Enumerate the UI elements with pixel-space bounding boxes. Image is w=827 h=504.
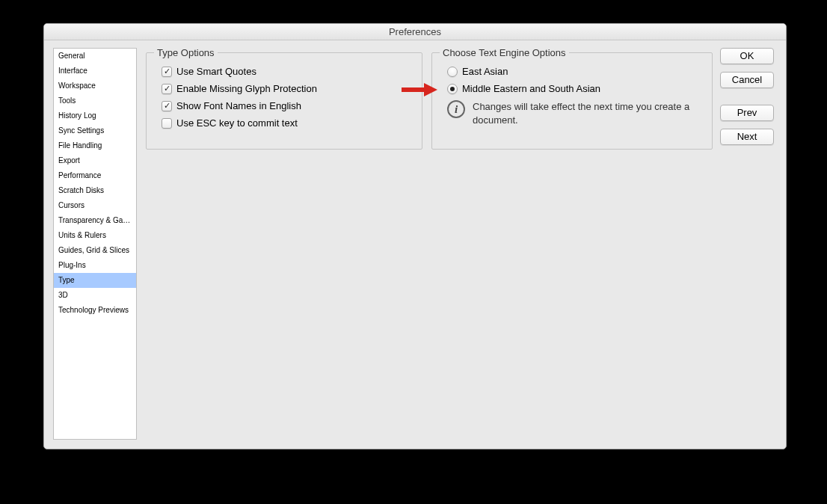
button-column: OK Cancel Prev Next bbox=[720, 48, 777, 440]
type-option-row: ✓Use Smart Quotes bbox=[162, 66, 413, 77]
checkbox-label: Use ESC key to commit text bbox=[176, 117, 298, 129]
checkbox-label: Show Font Names in English bbox=[176, 100, 301, 111]
category-sidebar: GeneralInterfaceWorkspaceToolsHistory Lo… bbox=[53, 48, 137, 440]
next-button[interactable]: Next bbox=[720, 129, 774, 145]
radio-label: Middle Eastern and South Asian bbox=[462, 83, 600, 94]
sidebar-item-guides-grid-slices[interactable]: Guides, Grid & Slices bbox=[54, 243, 136, 258]
radio-dot-icon bbox=[450, 87, 455, 91]
radio-label: East Asian bbox=[462, 66, 508, 77]
text-engine-legend: Choose Text Engine Options bbox=[440, 47, 569, 58]
radio[interactable] bbox=[447, 67, 458, 77]
sidebar-item-general[interactable]: General bbox=[54, 49, 136, 64]
text-engine-group: Choose Text Engine Options East AsianMid… bbox=[431, 52, 713, 150]
main-area: Type Options ✓Use Smart Quotes✓Enable Mi… bbox=[146, 48, 711, 440]
sidebar-item-workspace[interactable]: Workspace bbox=[54, 79, 136, 93]
sidebar-item-scratch-disks[interactable]: Scratch Disks bbox=[54, 183, 136, 198]
sidebar-item-plug-ins[interactable]: Plug-Ins bbox=[54, 258, 136, 273]
content: GeneralInterfaceWorkspaceToolsHistory Lo… bbox=[44, 40, 786, 449]
sidebar-item-type[interactable]: Type bbox=[54, 273, 136, 288]
cancel-button[interactable]: Cancel bbox=[720, 72, 774, 88]
window-title: Preferences bbox=[44, 24, 786, 40]
prev-button[interactable]: Prev bbox=[720, 105, 774, 121]
type-options-legend: Type Options bbox=[154, 47, 218, 58]
checkbox[interactable] bbox=[162, 118, 172, 129]
ok-button[interactable]: OK bbox=[720, 48, 774, 64]
sidebar-item-cursors[interactable]: Cursors bbox=[54, 198, 136, 213]
sidebar-item-technology-previews[interactable]: Technology Previews bbox=[54, 303, 136, 318]
type-option-row: Use ESC key to commit text bbox=[162, 117, 413, 129]
info-text: Changes will take effect the next time y… bbox=[473, 100, 697, 126]
radio[interactable] bbox=[447, 84, 458, 94]
engine-option-row: Middle Eastern and South Asian bbox=[447, 83, 703, 94]
sidebar-item-units-rulers[interactable]: Units & Rulers bbox=[54, 228, 136, 243]
info-row: i Changes will take effect the next time… bbox=[447, 100, 697, 126]
engine-option-row: East Asian bbox=[447, 66, 703, 77]
sidebar-item-transparency-gamut[interactable]: Transparency & Gamut bbox=[54, 213, 136, 228]
checkbox[interactable]: ✓ bbox=[162, 67, 172, 77]
sidebar-item-interface[interactable]: Interface bbox=[54, 64, 136, 79]
sidebar-item-performance[interactable]: Performance bbox=[54, 168, 136, 183]
info-icon: i bbox=[447, 100, 465, 118]
type-option-row: ✓Enable Missing Glyph Protection bbox=[162, 83, 413, 94]
sidebar-item-export[interactable]: Export bbox=[54, 153, 136, 168]
checkbox-label: Enable Missing Glyph Protection bbox=[176, 83, 317, 94]
checkbox[interactable]: ✓ bbox=[162, 101, 172, 111]
sidebar-item-3d[interactable]: 3D bbox=[54, 288, 136, 303]
checkbox-label: Use Smart Quotes bbox=[176, 66, 256, 77]
sidebar-item-sync-settings[interactable]: Sync Settings bbox=[54, 123, 136, 138]
sidebar-item-history-log[interactable]: History Log bbox=[54, 108, 136, 123]
preferences-window: Preferences GeneralInterfaceWorkspaceToo… bbox=[43, 23, 787, 449]
type-option-row: ✓Show Font Names in English bbox=[162, 100, 413, 111]
checkbox[interactable]: ✓ bbox=[162, 84, 172, 94]
sidebar-item-file-handling[interactable]: File Handling bbox=[54, 138, 136, 153]
type-options-group: Type Options ✓Use Smart Quotes✓Enable Mi… bbox=[146, 52, 422, 150]
sidebar-item-tools[interactable]: Tools bbox=[54, 93, 136, 108]
